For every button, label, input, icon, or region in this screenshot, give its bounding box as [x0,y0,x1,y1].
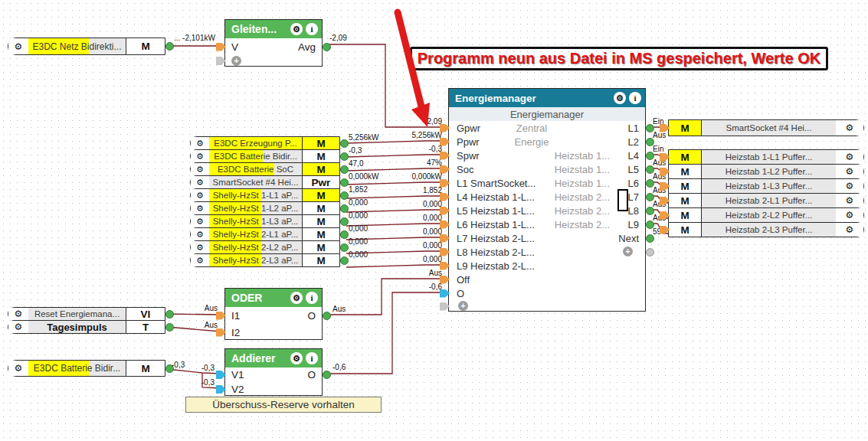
add-output-button[interactable]: + [623,247,633,256]
gear-icon[interactable]: ⚙ [191,202,209,214]
sink-block[interactable]: M Heizstab 1-L1 Puffer... ⚙ [668,149,864,165]
source-block[interactable]: ⚙ E3DC Batterie SoC M 47,0 [190,162,340,176]
spare-input-port[interactable] [440,302,450,311]
output-port[interactable] [340,139,349,148]
source-block-e3dc-batterie[interactable]: ⚙ E3DC Batterie Bidir... M [8,360,165,377]
gear-icon[interactable]: ⚙ [8,321,28,333]
input-name: L1 SmartSocket... [457,178,536,189]
gear-icon[interactable]: ⚙ [191,189,209,201]
sink-block[interactable]: M Heizstab 2-L3 Puffer... ⚙ [668,222,864,237]
block-name: Shelly-HzSt 2-L1 aP... [213,230,299,239]
info-icon[interactable]: i [306,23,318,35]
gear-icon[interactable]: ⚙ [836,150,863,164]
function-block-addierer[interactable]: Addierer ⚙ i V1 O V2 [224,348,323,396]
function-block-gleiten[interactable]: Gleiten... ⚙ i V Avg + [224,19,323,67]
source-block[interactable]: ⚙ Shelly-HzSt 1-L3 aP... M 0,000 [190,214,340,228]
output-port[interactable] [165,323,174,332]
gear-icon[interactable]: ⚙ [191,163,209,175]
source-block[interactable]: ⚙ Shelly-HzSt 1-L1 aP... M 1,852 [190,188,340,202]
output-port[interactable] [165,42,174,51]
gear-icon[interactable]: ⚙ [8,38,28,54]
output-port[interactable] [323,371,331,379]
output-name: Avg [298,41,316,53]
block-title: ODER [231,292,262,304]
source-block[interactable]: ⚙ E3DC Erzeugung P... M 5,256kW [190,136,340,150]
output-port[interactable] [340,191,349,200]
gear-icon[interactable]: ⚙ [290,352,303,364]
output-port[interactable] [340,230,349,239]
source-block[interactable]: ⚙ SmartSocket #4 Hei... Pwr 0,000kW [190,175,340,189]
sink-block[interactable]: M Heizstab 1-L3 Puffer... ⚙ [668,178,864,194]
sink-block-smartsocket[interactable]: M SmartSocket #4 Hei... ⚙ [668,119,864,136]
spare-output-port[interactable] [646,248,654,256]
block-name: Heizstab 2-L3 Puffer... [726,225,813,234]
source-block[interactable]: ⚙ E3DC Batterie Bidir... M -0,3 [190,149,340,163]
gear-icon[interactable]: ⚙ [836,179,863,193]
gear-icon[interactable]: ⚙ [290,23,303,35]
gear-icon[interactable]: ⚙ [614,92,626,104]
block-type: T [142,322,149,333]
gear-icon[interactable]: ⚙ [191,176,209,188]
gear-icon[interactable]: ⚙ [836,120,863,136]
block-header[interactable]: ODER ⚙ i [225,289,322,307]
sink-block[interactable]: M Heizstab 1-L2 Puffer... ⚙ [668,164,864,179]
info-icon[interactable]: i [306,292,318,304]
output-port[interactable] [165,310,174,318]
sink-block[interactable]: M Heizstab 2-L2 Puffer... ⚙ [668,207,864,223]
input-port[interactable] [216,312,226,320]
em-row-l7: L7 Heizstab 2-L... Next 0,000 59 [449,231,645,245]
output-port[interactable] [323,312,331,320]
gear-icon[interactable]: ⚙ [191,228,209,240]
gear-icon[interactable]: ⚙ [836,208,863,222]
block-type-cell: Pwr [302,176,339,188]
source-block-tagesimpuls[interactable]: ⚙ Tagesimpuls T [8,320,165,334]
logic-editor-canvas[interactable]: ⚙ E3DC Netz Bidirekti... M ... -2,101kW … [0,0,868,441]
block-header[interactable]: Energiemanager ⚙ i [449,89,645,107]
function-block-oder[interactable]: ODER ⚙ i I1 O I2 [224,288,323,340]
gear-icon[interactable]: ⚙ [191,150,209,162]
gear-icon[interactable]: ⚙ [836,194,863,207]
wire-value-label: 0,000 [349,237,368,246]
gear-icon[interactable]: ⚙ [191,215,209,227]
source-block-e3dc-netz[interactable]: ⚙ E3DC Netz Bidirekti... M ... -2,101kW [8,38,165,55]
output-port[interactable] [340,256,349,265]
gear-icon[interactable]: ⚙ [836,165,863,178]
block-header[interactable]: Addierer ⚙ i [225,349,322,368]
gear-icon[interactable]: ⚙ [191,254,209,266]
output-port[interactable] [340,204,349,213]
input-name: L6 Heizstab 1-L... [457,219,535,230]
gear-icon[interactable]: ⚙ [191,137,209,149]
block-name: Shelly-HzSt 1-L1 aP... [213,191,299,200]
output-port[interactable] [340,152,349,161]
function-block-energiemanager[interactable]: Energiemanager ⚙ i Energiemanager Gpwr Z… [448,88,646,312]
input-port[interactable] [216,371,226,379]
output-port[interactable] [340,243,349,252]
add-input-button[interactable]: + [458,301,468,311]
input-name: L5 Heizstab 1-L... [457,205,535,217]
info-icon[interactable]: i [306,352,318,364]
gear-icon[interactable]: ⚙ [8,361,28,376]
comment-note[interactable]: Überschuss-Reserve vorhalten [185,397,382,413]
output-name: O [307,369,316,381]
add-input-button[interactable]: + [231,56,241,66]
output-port[interactable] [340,217,349,226]
source-block[interactable]: ⚙ Shelly-HzSt 1-L2 aP... M 0,000 [190,201,340,215]
source-block[interactable]: ⚙ Shelly-HzSt 2-L3 aP... M 0,000 [190,253,340,267]
source-block-reset[interactable]: ⚙ Reset Energiemana... VI [8,307,165,321]
input-port[interactable] [216,43,226,51]
gear-icon[interactable]: ⚙ [8,308,28,320]
sink-block[interactable]: M Heizstab 2-L1 Puffer... ⚙ [668,193,864,208]
gear-icon[interactable]: ⚙ [290,292,303,304]
info-icon[interactable]: i [629,92,641,104]
output-port[interactable] [323,43,331,51]
spare-input-port[interactable] [216,57,226,65]
gear-icon[interactable]: ⚙ [191,241,209,253]
output-port[interactable] [340,165,349,174]
source-block[interactable]: ⚙ Shelly-HzSt 2-L2 aP... M 0,000 [190,240,340,254]
input-port[interactable] [216,328,226,337]
output-port[interactable] [340,178,349,187]
input-port[interactable] [216,385,226,394]
source-block[interactable]: ⚙ Shelly-HzSt 2-L1 aP... M 0,000 [190,227,340,241]
gear-icon[interactable]: ⚙ [836,223,863,237]
block-header[interactable]: Gleiten... ⚙ i [225,20,322,38]
